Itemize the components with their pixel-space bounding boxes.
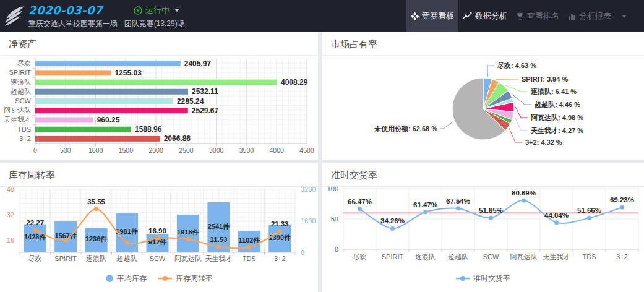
on-time-delivery-chart[interactable]: 050100尽欢SPIRIT逐浪队超越队SCW阿瓦达队天生我才TDS3+266.… <box>322 187 644 292</box>
svg-text:500: 500 <box>60 147 71 154</box>
chevron-down-icon <box>622 15 627 18</box>
delivery-legend[interactable]: 准时交货率 <box>456 274 510 283</box>
panel-inventory-turnover: 库存周转率 016003200163248尽欢1428件SPIRIT1567件逐… <box>0 163 318 292</box>
svg-text:1918件: 1918件 <box>177 228 199 236</box>
svg-text:1236件: 1236件 <box>85 235 108 243</box>
svg-text:4000: 4000 <box>270 147 285 154</box>
svg-text:超越队: 超越队 <box>448 253 468 260</box>
svg-text:2529.67: 2529.67 <box>192 106 219 115</box>
svg-text:SPIRIT: SPIRIT <box>9 69 32 76</box>
panel-title-market-share: 市场占有率 <box>322 32 644 56</box>
svg-text:阿瓦达队: 阿瓦达队 <box>4 106 31 114</box>
net-assets-bar-chart[interactable]: 050010001500200025003000350040004500尽欢24… <box>0 56 318 160</box>
svg-text:21.33: 21.33 <box>271 220 289 228</box>
svg-text:35.55: 35.55 <box>87 198 105 205</box>
svg-text:100: 100 <box>327 187 338 192</box>
panel-title-net-assets: 净资产 <box>0 32 318 56</box>
svg-text:天生我才: 天生我才 <box>543 253 570 260</box>
svg-text:1102件: 1102件 <box>238 236 260 244</box>
svg-text:16.90: 16.90 <box>148 227 166 234</box>
svg-text:SPIRIT: 3.94 %: SPIRIT: 3.94 % <box>522 75 568 83</box>
svg-text:32: 32 <box>7 211 14 218</box>
nav-more-caret[interactable] <box>616 0 634 32</box>
main-nav: 竞赛看板数据分析查看排名分析报表 <box>406 0 644 32</box>
svg-text:天生我才: 4.27 %: 天生我才: 4.27 % <box>530 127 583 134</box>
svg-text:0: 0 <box>33 147 37 154</box>
inventory-turnover-chart[interactable]: 016003200163248尽欢1428件SPIRIT1567件逐浪队1236… <box>0 187 318 292</box>
svg-text:2532.11: 2532.11 <box>192 87 218 96</box>
svg-text:SCW: SCW <box>150 255 166 262</box>
svg-text:16: 16 <box>7 236 14 244</box>
svg-text:1500: 1500 <box>119 147 134 154</box>
svg-text:66.47%: 66.47% <box>348 198 372 205</box>
svg-text:22.27: 22.27 <box>26 219 44 226</box>
svg-text:超越队: 超越队 <box>11 88 31 95</box>
svg-text:69.23%: 69.23% <box>610 196 634 204</box>
market-share-pie-chart[interactable]: 尽欢: 4.63 %SPIRIT: 3.94 %逐浪队: 6.41 %超越队: … <box>322 56 644 160</box>
svg-text:3000: 3000 <box>209 147 224 154</box>
svg-text:0: 0 <box>335 246 338 253</box>
svg-text:逐浪队: 逐浪队 <box>415 253 436 260</box>
svg-text:SCW: SCW <box>15 97 31 105</box>
svg-text:尽欢: 4.63 %: 尽欢: 4.63 % <box>497 62 536 69</box>
svg-text:1588.96: 1588.96 <box>135 125 162 134</box>
svg-text:逐浪队: 6.41 %: 逐浪队: 6.41 % <box>530 88 577 95</box>
nav-item-ranking[interactable]: 查看排名 <box>512 0 564 32</box>
svg-text:尽欢: 尽欢 <box>17 59 31 67</box>
svg-text:960.25: 960.25 <box>97 116 120 124</box>
session-date: 2020-03-07 <box>28 5 103 16</box>
svg-text:SPIRIT: SPIRIT <box>382 253 404 260</box>
line-chart-icon <box>463 12 472 20</box>
svg-text:1255.03: 1255.03 <box>114 69 142 77</box>
svg-text:天生我才: 天生我才 <box>205 255 232 262</box>
nav-item-data-analysis[interactable]: 数据分析 <box>458 0 512 32</box>
svg-text:2000: 2000 <box>148 147 163 154</box>
svg-text:2541件: 2541件 <box>208 223 230 230</box>
svg-text:1000: 1000 <box>88 147 103 154</box>
svg-text:TDS: TDS <box>243 255 256 262</box>
svg-text:未使用份额: 62.68 %: 未使用份额: 62.68 % <box>374 125 437 133</box>
run-status-label: 运行中 <box>145 5 170 16</box>
inventory-legend[interactable]: 平均库存库存周转率 <box>106 274 213 283</box>
panel-market-share: 市场占有率 尽欢: 4.63 %SPIRIT: 3.94 %逐浪队: 6.41 … <box>322 32 644 160</box>
svg-text:TDS: TDS <box>17 126 31 133</box>
nav-item-report[interactable]: 分析报表 <box>564 0 616 32</box>
svg-text:3+2: 3+2 <box>19 135 31 142</box>
svg-text:库存周转率: 库存周转率 <box>176 274 213 283</box>
panel-on-time-delivery: 准时交货率 050100尽欢SPIRIT逐浪队超越队SCW阿瓦达队天生我才TDS… <box>322 163 644 292</box>
svg-text:阿瓦达队: 4.98 %: 阿瓦达队: 4.98 % <box>531 114 583 121</box>
run-status-dropdown[interactable]: 运行中 <box>134 5 179 16</box>
chevron-down-icon <box>174 9 179 12</box>
svg-text:TDS: TDS <box>583 253 596 260</box>
svg-text:3500: 3500 <box>239 147 254 154</box>
svg-text:准时交货率: 准时交货率 <box>473 274 510 283</box>
svg-text:34.26%: 34.26% <box>380 217 405 225</box>
svg-text:3+2: 4.32 %: 3+2: 4.32 % <box>525 139 562 146</box>
nav-item-dashboard[interactable]: 竞赛看板 <box>406 0 458 32</box>
svg-text:逐浪队: 逐浪队 <box>11 79 31 86</box>
svg-text:2405.97: 2405.97 <box>184 59 212 68</box>
svg-text:逐浪队: 逐浪队 <box>86 255 106 262</box>
svg-text:尽欢: 尽欢 <box>28 255 42 262</box>
svg-text:平均库存: 平均库存 <box>117 274 147 283</box>
svg-text:4500: 4500 <box>299 147 314 154</box>
svg-text:SPIRIT: SPIRIT <box>54 255 77 262</box>
trophy-icon <box>516 12 524 20</box>
svg-text:51.85%: 51.85% <box>479 207 503 214</box>
top-header: 2020-03-07 运行中 重庆交通大学校园赛第一场 - 团队竞赛(13:29… <box>0 0 644 32</box>
svg-text:48: 48 <box>7 187 14 193</box>
svg-text:天生我才: 天生我才 <box>4 116 31 123</box>
svg-text:阿瓦达队: 阿瓦达队 <box>510 253 538 260</box>
svg-text:超越队: 4.46 %: 超越队: 4.46 % <box>534 101 580 108</box>
svg-text:2066.86: 2066.86 <box>164 134 191 143</box>
svg-text:44.04%: 44.04% <box>544 212 569 219</box>
svg-text:50: 50 <box>331 215 338 223</box>
panel-title-on-time-delivery: 准时交货率 <box>322 163 644 187</box>
dashboard-icon <box>411 12 419 20</box>
panel-title-inventory-turnover: 库存周转率 <box>0 163 318 187</box>
svg-text:2500: 2500 <box>179 147 194 154</box>
app-logo-icon <box>0 0 28 32</box>
svg-text:3+2: 3+2 <box>274 255 286 262</box>
svg-text:11.53: 11.53 <box>210 236 227 243</box>
svg-text:2285.24: 2285.24 <box>177 97 204 106</box>
